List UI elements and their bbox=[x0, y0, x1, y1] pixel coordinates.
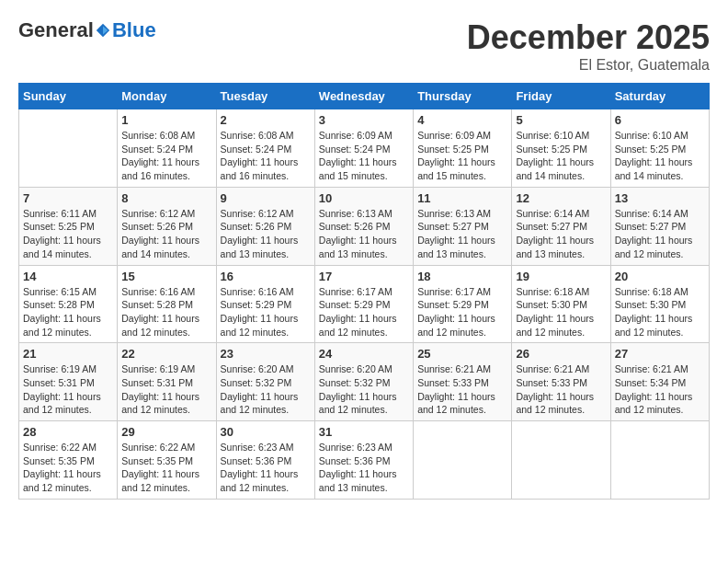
day-info: Sunrise: 6:19 AMSunset: 5:31 PMDaylight:… bbox=[121, 362, 211, 417]
calendar-week-row: 1Sunrise: 6:08 AMSunset: 5:24 PMDaylight… bbox=[19, 109, 710, 188]
day-info: Sunrise: 6:18 AMSunset: 5:30 PMDaylight:… bbox=[615, 285, 705, 339]
calendar-cell: 24Sunrise: 6:20 AMSunset: 5:32 PMDayligh… bbox=[314, 343, 413, 421]
weekday-header: Saturday bbox=[610, 84, 709, 109]
day-info: Sunrise: 6:10 AMSunset: 5:25 PMDaylight:… bbox=[516, 129, 606, 183]
day-info: Sunrise: 6:17 AMSunset: 5:29 PMDaylight:… bbox=[319, 285, 409, 339]
day-info: Sunrise: 6:21 AMSunset: 5:33 PMDaylight:… bbox=[417, 362, 507, 417]
day-info: Sunrise: 6:09 AMSunset: 5:24 PMDaylight:… bbox=[319, 129, 409, 183]
day-info: Sunrise: 6:16 AMSunset: 5:28 PMDaylight:… bbox=[121, 285, 211, 339]
day-info: Sunrise: 6:09 AMSunset: 5:25 PMDaylight:… bbox=[417, 129, 507, 183]
calendar-week-row: 7Sunrise: 6:11 AMSunset: 5:25 PMDaylight… bbox=[19, 187, 710, 265]
weekday-header: Sunday bbox=[19, 84, 118, 109]
day-info: Sunrise: 6:21 AMSunset: 5:34 PMDaylight:… bbox=[615, 362, 705, 417]
day-info: Sunrise: 6:23 AMSunset: 5:36 PMDaylight:… bbox=[319, 441, 409, 495]
day-info: Sunrise: 6:15 AMSunset: 5:28 PMDaylight:… bbox=[23, 285, 113, 339]
day-number: 30 bbox=[221, 425, 311, 439]
day-number: 17 bbox=[319, 270, 409, 283]
location: El Estor, Guatemala bbox=[467, 57, 710, 74]
day-info: Sunrise: 6:23 AMSunset: 5:36 PMDaylight:… bbox=[221, 441, 311, 495]
day-number: 8 bbox=[121, 191, 211, 205]
day-number: 15 bbox=[121, 270, 211, 283]
calendar-cell: 2Sunrise: 6:08 AMSunset: 5:24 PMDaylight… bbox=[216, 109, 314, 188]
day-number: 14 bbox=[23, 270, 113, 283]
calendar-cell: 27Sunrise: 6:21 AMSunset: 5:34 PMDayligh… bbox=[610, 343, 709, 421]
calendar-cell: 19Sunrise: 6:18 AMSunset: 5:30 PMDayligh… bbox=[512, 265, 610, 343]
calendar-cell: 25Sunrise: 6:21 AMSunset: 5:33 PMDayligh… bbox=[414, 343, 512, 421]
day-number: 2 bbox=[221, 113, 311, 127]
calendar-cell: 23Sunrise: 6:20 AMSunset: 5:32 PMDayligh… bbox=[216, 343, 314, 421]
day-number: 22 bbox=[121, 347, 211, 361]
calendar-week-row: 21Sunrise: 6:19 AMSunset: 5:31 PMDayligh… bbox=[19, 343, 710, 421]
weekday-header: Wednesday bbox=[314, 84, 413, 109]
weekday-header: Monday bbox=[118, 84, 216, 109]
calendar-cell: 3Sunrise: 6:09 AMSunset: 5:24 PMDaylight… bbox=[314, 109, 413, 188]
page-header: General Blue December 2025 El Estor, Gua… bbox=[18, 18, 710, 74]
calendar-table: SundayMondayTuesdayWednesdayThursdayFrid… bbox=[18, 83, 710, 500]
day-number: 3 bbox=[319, 113, 409, 127]
day-number: 20 bbox=[615, 270, 705, 283]
calendar-cell: 1Sunrise: 6:08 AMSunset: 5:24 PMDaylight… bbox=[118, 109, 216, 188]
day-number: 9 bbox=[221, 191, 311, 205]
calendar-cell: 29Sunrise: 6:22 AMSunset: 5:35 PMDayligh… bbox=[118, 421, 216, 500]
day-info: Sunrise: 6:13 AMSunset: 5:27 PMDaylight:… bbox=[417, 207, 507, 261]
day-info: Sunrise: 6:22 AMSunset: 5:35 PMDaylight:… bbox=[121, 441, 211, 495]
day-number: 16 bbox=[221, 270, 311, 283]
weekday-header: Friday bbox=[512, 84, 610, 109]
calendar-cell: 20Sunrise: 6:18 AMSunset: 5:30 PMDayligh… bbox=[610, 265, 709, 343]
logo: General Blue bbox=[18, 18, 156, 42]
calendar-cell: 13Sunrise: 6:14 AMSunset: 5:27 PMDayligh… bbox=[610, 187, 709, 265]
day-number: 23 bbox=[221, 347, 311, 361]
day-number: 24 bbox=[319, 347, 409, 361]
day-info: Sunrise: 6:21 AMSunset: 5:33 PMDaylight:… bbox=[516, 362, 606, 417]
month-title: December 2025 bbox=[467, 18, 710, 57]
calendar-week-row: 28Sunrise: 6:22 AMSunset: 5:35 PMDayligh… bbox=[19, 421, 710, 500]
day-info: Sunrise: 6:20 AMSunset: 5:32 PMDaylight:… bbox=[319, 362, 409, 417]
day-number: 21 bbox=[23, 347, 113, 361]
day-info: Sunrise: 6:12 AMSunset: 5:26 PMDaylight:… bbox=[121, 207, 211, 261]
day-info: Sunrise: 6:11 AMSunset: 5:25 PMDaylight:… bbox=[23, 207, 113, 261]
day-info: Sunrise: 6:13 AMSunset: 5:26 PMDaylight:… bbox=[319, 207, 409, 261]
day-info: Sunrise: 6:18 AMSunset: 5:30 PMDaylight:… bbox=[516, 285, 606, 339]
day-info: Sunrise: 6:08 AMSunset: 5:24 PMDaylight:… bbox=[221, 129, 311, 183]
calendar-cell: 31Sunrise: 6:23 AMSunset: 5:36 PMDayligh… bbox=[314, 421, 413, 500]
calendar-cell: 22Sunrise: 6:19 AMSunset: 5:31 PMDayligh… bbox=[118, 343, 216, 421]
calendar-cell: 26Sunrise: 6:21 AMSunset: 5:33 PMDayligh… bbox=[512, 343, 610, 421]
day-info: Sunrise: 6:17 AMSunset: 5:29 PMDaylight:… bbox=[417, 285, 507, 339]
calendar-cell: 10Sunrise: 6:13 AMSunset: 5:26 PMDayligh… bbox=[314, 187, 413, 265]
calendar-header-row: SundayMondayTuesdayWednesdayThursdayFrid… bbox=[19, 84, 710, 109]
calendar-cell: 14Sunrise: 6:15 AMSunset: 5:28 PMDayligh… bbox=[19, 265, 118, 343]
day-info: Sunrise: 6:12 AMSunset: 5:26 PMDaylight:… bbox=[221, 207, 311, 261]
day-number: 4 bbox=[417, 113, 507, 127]
calendar-cell: 5Sunrise: 6:10 AMSunset: 5:25 PMDaylight… bbox=[512, 109, 610, 188]
day-number: 29 bbox=[121, 425, 211, 439]
day-number: 28 bbox=[23, 425, 113, 439]
day-info: Sunrise: 6:19 AMSunset: 5:31 PMDaylight:… bbox=[23, 362, 113, 417]
day-number: 19 bbox=[516, 270, 606, 283]
logo-icon bbox=[95, 22, 111, 39]
calendar-cell: 18Sunrise: 6:17 AMSunset: 5:29 PMDayligh… bbox=[414, 265, 512, 343]
logo-blue-text: Blue bbox=[112, 18, 156, 42]
day-number: 27 bbox=[615, 347, 705, 361]
calendar-cell: 21Sunrise: 6:19 AMSunset: 5:31 PMDayligh… bbox=[19, 343, 118, 421]
calendar-cell bbox=[414, 421, 512, 500]
day-number: 13 bbox=[615, 191, 705, 205]
day-number: 18 bbox=[417, 270, 507, 283]
day-info: Sunrise: 6:14 AMSunset: 5:27 PMDaylight:… bbox=[516, 207, 606, 261]
calendar-cell: 6Sunrise: 6:10 AMSunset: 5:25 PMDaylight… bbox=[610, 109, 709, 188]
calendar-week-row: 14Sunrise: 6:15 AMSunset: 5:28 PMDayligh… bbox=[19, 265, 710, 343]
weekday-header: Tuesday bbox=[216, 84, 314, 109]
day-info: Sunrise: 6:22 AMSunset: 5:35 PMDaylight:… bbox=[23, 441, 113, 495]
calendar-cell: 4Sunrise: 6:09 AMSunset: 5:25 PMDaylight… bbox=[414, 109, 512, 188]
day-info: Sunrise: 6:16 AMSunset: 5:29 PMDaylight:… bbox=[221, 285, 311, 339]
day-info: Sunrise: 6:10 AMSunset: 5:25 PMDaylight:… bbox=[615, 129, 705, 183]
calendar-cell: 8Sunrise: 6:12 AMSunset: 5:26 PMDaylight… bbox=[118, 187, 216, 265]
day-info: Sunrise: 6:20 AMSunset: 5:32 PMDaylight:… bbox=[221, 362, 311, 417]
calendar-cell: 15Sunrise: 6:16 AMSunset: 5:28 PMDayligh… bbox=[118, 265, 216, 343]
calendar-cell: 30Sunrise: 6:23 AMSunset: 5:36 PMDayligh… bbox=[216, 421, 314, 500]
day-number: 6 bbox=[615, 113, 705, 127]
day-number: 5 bbox=[516, 113, 606, 127]
day-number: 12 bbox=[516, 191, 606, 205]
title-block: December 2025 El Estor, Guatemala bbox=[467, 18, 710, 74]
logo-general-text: General bbox=[18, 18, 94, 42]
day-number: 7 bbox=[23, 191, 113, 205]
